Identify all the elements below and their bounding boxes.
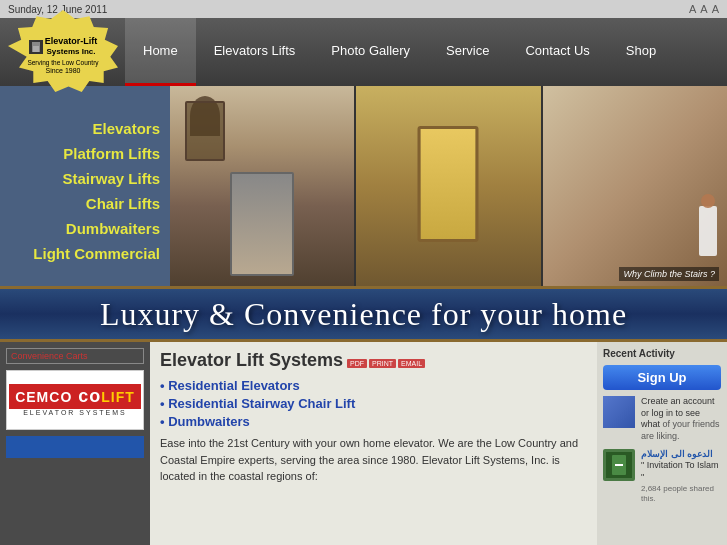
email-button[interactable]: EMAIL [398,359,425,368]
social-item-1: Create an account or log in to see what … [603,396,721,443]
hero-images: Why Climb the Stairs ? [170,86,727,286]
bullet-3: • Dumbwaiters [160,414,587,429]
social-item-2[interactable]: الدعوه الى الإسلام " Invitation To Islam… [603,449,721,505]
nav-item-home[interactable]: Home [125,18,196,86]
bullet-2: • Residential Stairway Chair Lift [160,396,587,411]
hero-caption: Why Climb the Stairs ? [619,267,719,281]
nav-item-gallery[interactable]: Photo Gallery [313,18,428,86]
bullet-1: • Residential Elevators [160,378,587,393]
sidebar-dumbwaiters: Dumbwaiters [10,218,160,239]
content-description: Ease into the 21st Century with your own… [160,435,587,485]
hero-image-3 [541,86,727,286]
cemcolift-inner: CEMCO coLIFT ELEVATOR SYSTEMS [9,384,141,416]
social-thumb-2 [603,449,635,481]
nav-item-elevators[interactable]: Elevators Lifts [196,18,314,86]
title-action-icons: PDF PRINT EMAIL [347,359,425,368]
right-column: Recent Activity Sign Up Create an accoun… [597,342,727,545]
header: Elevator-Lift Systems Inc. Serving the L… [0,18,727,86]
font-size-small[interactable]: A [689,3,696,15]
signup-button[interactable]: Sign Up [603,365,721,390]
cemcolift-subtitle: ELEVATOR SYSTEMS [9,409,141,416]
sidebar-chair: Chair Lifts [10,193,160,214]
hero-image-1 [170,86,354,286]
left-column: Convenience Carts CEMCO coLIFT ELEVATOR … [0,342,150,545]
hero-image-2 [354,86,540,286]
main-content-title: Elevator Lift Systems [160,350,343,371]
logo-text: Elevator-Lift Systems Inc. [45,36,98,56]
top-bar: Sunday, 12 June 2011 A A A [0,0,727,18]
social-text-2: الدعوه الى الإسلام " Invitation To Islam… [641,449,721,505]
date-label: Sunday, 12 June 2011 [8,4,107,15]
social-thumb-1 [603,396,635,428]
luxury-text: Luxury & Convenience for your home [100,296,627,333]
social-text-1: Create an account or log in to see what … [641,396,721,443]
hero-section: Elevators Platform Lifts Stairway Lifts … [0,86,727,286]
nav-item-contact[interactable]: Contact Us [507,18,607,86]
logo-since: Since 1980 [45,67,80,74]
content-area: Convenience Carts CEMCO coLIFT ELEVATOR … [0,342,727,545]
nav-item-shop[interactable]: Shop [608,18,674,86]
pdf-button[interactable]: PDF [347,359,367,368]
main-nav: Home Elevators Lifts Photo Gallery Servi… [125,18,674,86]
convenience-cart-label: Convenience Carts [6,348,144,364]
recent-activity-heading: Recent Activity [603,348,721,359]
luxury-banner: Luxury & Convenience for your home [0,286,727,342]
sidebar-commercial: Light Commercial [10,243,160,264]
font-size-medium[interactable]: A [700,3,707,15]
cemcolift-name: CEMCO coLIFT [9,384,141,409]
middle-column: Elevator Lift Systems PDF PRINT EMAIL • … [150,342,597,545]
print-button[interactable]: PRINT [369,359,396,368]
top-bar-right: A A A [689,3,719,15]
font-size-large[interactable]: A [712,3,719,15]
sidebar-platform: Platform Lifts [10,143,160,164]
sidebar-stairway: Stairway Lifts [10,168,160,189]
sidebar-elevators: Elevators [10,118,160,139]
nav-item-service[interactable]: Service [428,18,507,86]
hero-sidebar: Elevators Platform Lifts Stairway Lifts … [0,86,170,286]
logo-tagline: Serving the Low Country [27,59,98,67]
blue-strip [6,436,144,458]
cemcolift-logo[interactable]: CEMCO coLIFT ELEVATOR SYSTEMS [6,370,144,430]
